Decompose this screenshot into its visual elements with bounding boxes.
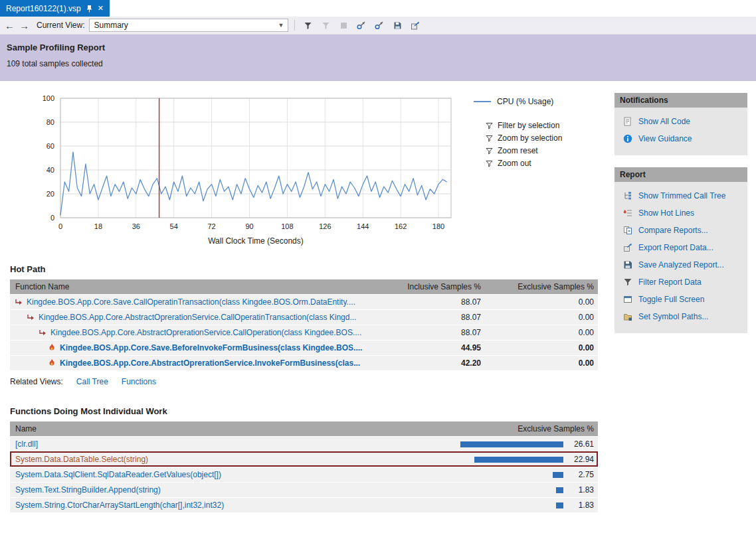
call-tree-icon: [622, 191, 632, 200]
function-link[interactable]: Kingdee.BOS.App.Core.AbstractOprerationS…: [50, 328, 361, 337]
sample-bar: [460, 441, 563, 447]
tool-label: Zoom reset: [498, 146, 538, 155]
sample-bar: [553, 472, 563, 478]
sample-bar: [556, 487, 563, 493]
exclusive-value: 1.83: [563, 485, 598, 495]
key-icon[interactable]: [355, 19, 368, 32]
svg-text:0: 0: [58, 222, 62, 230]
highlighted-row[interactable]: System.Data.DataTable.Select(string) 22.…: [10, 451, 598, 467]
link-label: Save Analyzed Report...: [638, 260, 724, 270]
function-link[interactable]: System.Text.StringBuilder.Append(string): [10, 485, 450, 495]
link-label: Show Hot Lines: [638, 208, 694, 218]
function-link[interactable]: Kingdee.BOS.App.Core.AbstractOprerationS…: [60, 358, 360, 368]
table-row[interactable]: Kingdee.BOS.App.Core.Save.BeforeInvokeFo…: [10, 340, 598, 355]
exclusive-value: 2.75: [563, 470, 598, 479]
functions-link[interactable]: Functions: [122, 377, 156, 386]
column-function-name[interactable]: Function Name: [10, 282, 375, 291]
link-label: Export Report Data...: [638, 243, 713, 252]
zoom-reset-button[interactable]: Zoom reset: [486, 146, 562, 155]
save-icon[interactable]: [391, 19, 404, 32]
call-path-arrow-icon: [15, 299, 23, 306]
cpu-usage-chart[interactable]: 01836547290108126144162180020406080100Wa…: [30, 93, 468, 247]
svg-text:54: 54: [170, 222, 178, 230]
key-icon-2[interactable]: [373, 19, 386, 32]
column-exclusive-samples[interactable]: Exclusive Samples %: [485, 282, 598, 291]
funnel-icon: [486, 160, 493, 167]
close-icon[interactable]: ✕: [98, 5, 104, 12]
functions-table-header[interactable]: Name Exclusive Samples %: [10, 422, 598, 436]
table-row[interactable]: Kingdee.BOS.App.Core.AbstractOprerationS…: [10, 309, 598, 325]
function-link[interactable]: System.String.CtorCharArrayStartLength(c…: [10, 501, 450, 510]
pin-icon[interactable]: [86, 5, 92, 13]
table-row[interactable]: Kingdee.BOS.App.Core.AbstractOprerationS…: [10, 325, 598, 340]
exclusive-value: 22.94: [563, 455, 598, 464]
link-label: View Guidance: [638, 134, 692, 143]
save-analyzed-report-link[interactable]: Save Analyzed Report...: [614, 256, 747, 273]
sample-bar: [474, 457, 563, 463]
filter-report-data-link[interactable]: Filter Report Data: [614, 273, 747, 291]
flame-icon: [48, 344, 56, 352]
page-title: Sample Profiling Report: [7, 42, 749, 52]
notifications-header: Notifications: [614, 93, 747, 108]
export-icon[interactable]: [409, 19, 422, 32]
back-button[interactable]: ←: [5, 20, 15, 31]
show-hot-lines-link[interactable]: Show Hot Lines: [614, 204, 747, 222]
inclusive-value: 88.07: [375, 313, 485, 322]
function-link[interactable]: [clr.dll]: [10, 439, 450, 449]
hot-path-table-header[interactable]: Function Name Inclusive Samples % Exclus…: [10, 279, 598, 294]
table-row[interactable]: [clr.dll] 26.61: [10, 436, 598, 451]
document-tab[interactable]: Report160122(1).vsp ✕: [0, 0, 110, 17]
legend-line: [474, 101, 491, 102]
table-row[interactable]: System.String.CtorCharArrayStartLength(c…: [10, 497, 598, 512]
notifications-panel: Notifications Show All Code View Guidanc…: [614, 93, 747, 155]
zoom-by-selection-button[interactable]: Zoom by selection: [486, 133, 562, 143]
function-link[interactable]: System.Data.DataTable.Select(string): [10, 455, 450, 464]
table-row[interactable]: System.Data.SqlClient.SqlDataReader.GetV…: [10, 467, 598, 482]
compare-documents-icon: [622, 226, 632, 235]
call-path-arrow-icon: [27, 314, 35, 321]
funnel-icon[interactable]: [301, 19, 314, 32]
svg-text:162: 162: [395, 222, 407, 230]
functions-table: Name Exclusive Samples % [clr.dll] 26.61…: [10, 422, 598, 512]
export-report-data-link[interactable]: Export Report Data...: [614, 239, 747, 256]
report-panel: Report Show Trimmed Call Tree Show Hot L…: [614, 167, 747, 333]
call-tree-link[interactable]: Call Tree: [76, 377, 108, 386]
svg-text:40: 40: [47, 166, 54, 174]
link-label: Filter Report Data: [638, 277, 702, 287]
set-symbol-paths-link[interactable]: Set Symbol Paths...: [614, 308, 747, 325]
view-dropdown[interactable]: Summary ▼: [89, 19, 288, 32]
folder-icon: [622, 312, 632, 321]
svg-text:80: 80: [47, 118, 54, 126]
tool-label: Zoom by selection: [498, 133, 562, 143]
related-views-label: Related Views:: [10, 377, 63, 386]
table-row[interactable]: Kingdee.BOS.App.Core.AbstractOprerationS…: [10, 355, 598, 370]
chevron-down-icon: ▼: [278, 22, 284, 29]
exclusive-value: 26.61: [563, 439, 598, 449]
zoom-out-button[interactable]: Zoom out: [486, 159, 562, 168]
column-inclusive-samples[interactable]: Inclusive Samples %: [375, 282, 485, 291]
show-all-code-link[interactable]: Show All Code: [614, 113, 747, 130]
filter-by-selection-button[interactable]: Filter by selection: [486, 121, 562, 130]
column-name[interactable]: Name: [10, 424, 485, 433]
toolbar: ← → Current View: Summary ▼: [0, 17, 756, 35]
link-label: Toggle Full Screen: [638, 295, 704, 304]
info-icon: [622, 134, 632, 143]
svg-text:18: 18: [94, 222, 102, 230]
compare-reports-link[interactable]: Compare Reports...: [614, 222, 747, 239]
table-row[interactable]: Kingdee.BOS.App.Core.Save.CallOperatinTr…: [10, 294, 598, 309]
hot-path-title: Hot Path: [10, 264, 608, 274]
code-document-icon: [622, 117, 632, 126]
function-link[interactable]: Kingdee.BOS.App.Core.Save.BeforeInvokeFo…: [60, 343, 362, 352]
function-link[interactable]: System.Data.SqlClient.SqlDataReader.GetV…: [10, 470, 450, 479]
show-trimmed-call-tree-link[interactable]: Show Trimmed Call Tree: [614, 187, 747, 204]
funnel-icon: [486, 135, 493, 142]
funnel-icon: [622, 277, 632, 287]
function-link[interactable]: Kingdee.BOS.App.Core.AbstractOprerationS…: [39, 313, 356, 322]
column-exclusive-samples[interactable]: Exclusive Samples %: [485, 424, 598, 433]
view-guidance-link[interactable]: View Guidance: [614, 130, 747, 147]
table-row[interactable]: System.Text.StringBuilder.Append(string)…: [10, 482, 598, 497]
toggle-full-screen-link[interactable]: Toggle Full Screen: [614, 291, 747, 308]
tool-label: Zoom out: [498, 159, 531, 168]
forward-button[interactable]: →: [19, 20, 29, 31]
function-link[interactable]: Kingdee.BOS.App.Core.Save.CallOperatinTr…: [27, 297, 355, 307]
